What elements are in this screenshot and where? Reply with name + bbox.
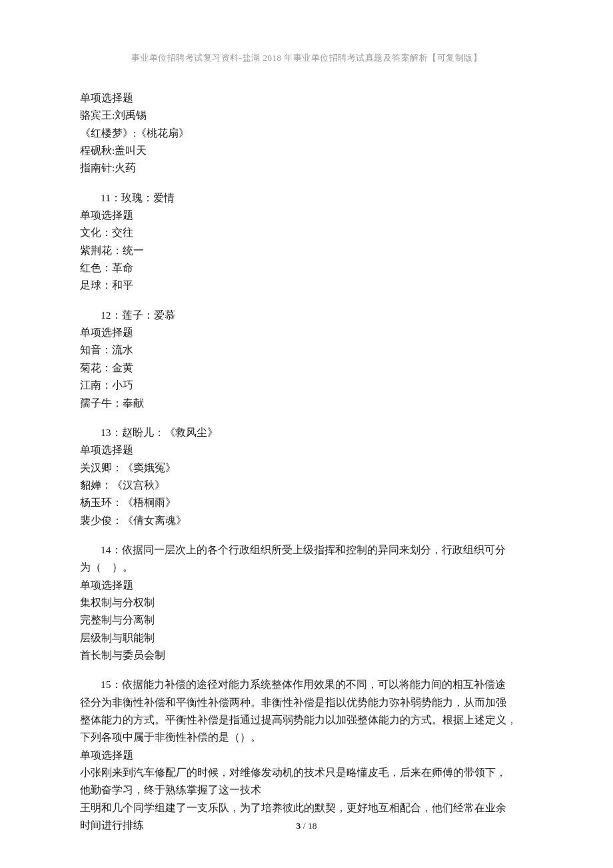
question-block: 14：依据同一层次上的各个行政组织所受上级指挥和控制的异同来划分，行政组织可分为… xyxy=(80,541,533,664)
text-line: 14：依据同一层次上的各个行政组织所受上级指挥和控制的异同来划分，行政组织可分 xyxy=(80,541,533,559)
text-line: 径分为非衡性补偿和平衡性补偿两种。非衡性补偿是指以优势能力弥补弱势能力，从而加强 xyxy=(80,694,533,711)
text-line: 孺子牛：奉献 xyxy=(80,395,533,412)
text-line: 首长制与委员会制 xyxy=(80,647,533,664)
text-line: 12：莲子：爱慕 xyxy=(80,307,533,324)
text-line: 关汉卿：《窦娥冤》 xyxy=(80,459,533,477)
text-line: 单项选择题 xyxy=(80,324,533,341)
text-line: 程砚秋:盖叫天 xyxy=(80,142,533,159)
page-number-total: 18 xyxy=(308,821,317,831)
question-block: 15：依据能力补偿的途径对能力系统整体作用效果的不同，可以将能力间的相互补偿途径… xyxy=(80,676,533,834)
page-number-sep: / xyxy=(301,821,308,831)
text-line: 单项选择题 xyxy=(80,577,533,594)
document-body: 单项选择题骆宾王:刘禹锡《红楼梦》:《桃花扇》程砚秋:盖叫天指南针:火药11：玫… xyxy=(80,89,533,834)
text-line: 江南：小巧 xyxy=(80,377,533,394)
text-line: 单项选择题 xyxy=(80,441,533,459)
text-line: 他勤奋学习，终于熟练掌握了这一技术 xyxy=(80,781,533,799)
text-line: 貂婵：《汉宫秋》 xyxy=(80,477,533,494)
text-line: 指南针:火药 xyxy=(80,159,533,177)
question-block: 单项选择题骆宾王:刘禹锡《红楼梦》:《桃花扇》程砚秋:盖叫天指南针:火药 xyxy=(80,89,533,177)
text-line: 整体能力的方式。平衡性补偿是指通过提高弱势能力以加强整体能力的方式。根据上述定义… xyxy=(80,711,533,729)
question-block: 12：莲子：爱慕单项选择题知音：流水菊花：金黄江南：小巧孺子牛：奉献 xyxy=(80,307,533,412)
text-line: 为（ ）。 xyxy=(80,559,533,576)
text-line: 紫荆花：统一 xyxy=(80,242,533,259)
text-line: 骆宾王:刘禹锡 xyxy=(80,107,533,124)
text-line: 王明和几个同学组建了一支乐队，为了培养彼此的默契，更好地互相配合，他们经常在业余 xyxy=(80,799,533,817)
text-line: 11：玫瑰：爱情 xyxy=(80,189,533,207)
text-line: 菊花：金黄 xyxy=(80,359,533,377)
page-header: 事业单位招聘考试复习资料-盐湖 2018 年事业单位招聘考试真题及答案解析【可复… xyxy=(80,52,533,64)
text-line: 集权制与分权制 xyxy=(80,594,533,611)
text-line: 杨玉环：《梧桐雨》 xyxy=(80,494,533,511)
text-line: 完整制与分离制 xyxy=(80,611,533,629)
text-line: 小张刚来到汽车修配厂的时候，对维修发动机的技术只是略懂皮毛，后来在师傅的带领下， xyxy=(80,764,533,781)
text-line: 单项选择题 xyxy=(80,747,533,764)
text-line: 层级制与职能制 xyxy=(80,629,533,647)
text-line: 单项选择题 xyxy=(80,207,533,224)
text-line: 15：依据能力补偿的途径对能力系统整体作用效果的不同，可以将能力间的相互补偿途 xyxy=(80,676,533,693)
text-line: 《红楼梦》:《桃花扇》 xyxy=(80,125,533,142)
text-line: 知音：流水 xyxy=(80,341,533,359)
text-line: 足球：和平 xyxy=(80,277,533,294)
question-block: 11：玫瑰：爱情单项选择题文化：交往紫荆花：统一红色：革命足球：和平 xyxy=(80,189,533,295)
document-page: 事业单位招聘考试复习资料-盐湖 2018 年事业单位招聘考试真题及答案解析【可复… xyxy=(0,0,613,868)
question-block: 13：赵盼儿：《救风尘》单项选择题关汉卿：《窦娥冤》貂婵：《汉宫秋》杨玉环：《梧… xyxy=(80,424,533,529)
page-footer: 3 / 18 xyxy=(0,821,613,831)
text-line: 文化：交往 xyxy=(80,224,533,241)
text-line: 13：赵盼儿：《救风尘》 xyxy=(80,424,533,441)
text-line: 裴少俊：《倩女离魂》 xyxy=(80,512,533,529)
text-line: 单项选择题 xyxy=(80,89,533,107)
text-line: 红色：革命 xyxy=(80,259,533,277)
text-line: 下列各项中属于非衡性补偿的是（）。 xyxy=(80,729,533,746)
